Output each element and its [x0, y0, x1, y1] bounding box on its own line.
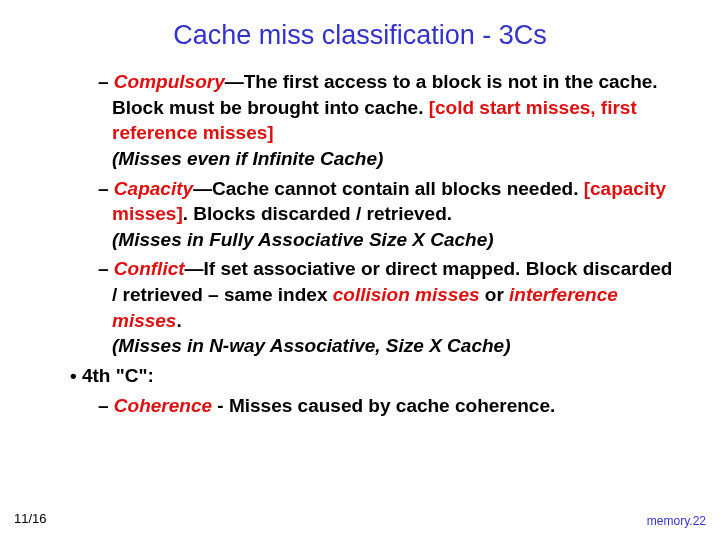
slide: Cache miss classification - 3Cs – Compul… — [0, 0, 720, 540]
text: —Cache cannot contain all blocks needed. — [193, 178, 584, 199]
item-capacity: – Capacity—Cache cannot contain all bloc… — [98, 176, 680, 253]
footer-page: memory.22 — [647, 514, 706, 528]
term-capacity: Capacity — [114, 178, 193, 199]
dash: – — [98, 71, 114, 92]
paren-conflict: (Misses in N-way Associative, Size X Cac… — [112, 335, 510, 356]
term-conflict: Conflict — [114, 258, 185, 279]
text: - Misses caused by cache coherence. — [212, 395, 555, 416]
dash: – — [98, 395, 114, 416]
item-coherence: – Coherence - Misses caused by cache coh… — [98, 393, 680, 419]
collision-misses: collision misses — [333, 284, 480, 305]
dash: – — [98, 178, 114, 199]
bullet: • 4th "C": — [70, 365, 154, 386]
item-compulsory: – Compulsory—The first access to a block… — [98, 69, 680, 172]
dash: – — [98, 258, 114, 279]
footer-date: 11/16 — [14, 511, 47, 526]
text: . Blocks discarded / retrieved. — [183, 203, 452, 224]
term-coherence: Coherence — [114, 395, 212, 416]
slide-title: Cache miss classification - 3Cs — [40, 20, 680, 51]
paren-compulsory: (Misses even if Infinite Cache) — [112, 148, 383, 169]
slide-body: – Compulsory—The first access to a block… — [40, 69, 680, 418]
item-fourth-c: • 4th "C": — [70, 363, 680, 389]
paren-capacity: (Misses in Fully Associative Size X Cach… — [112, 229, 494, 250]
text: or — [480, 284, 510, 305]
item-conflict: – Conflict—If set associative or direct … — [98, 256, 680, 359]
term-compulsory: Compulsory — [114, 71, 225, 92]
text: . — [176, 310, 181, 331]
